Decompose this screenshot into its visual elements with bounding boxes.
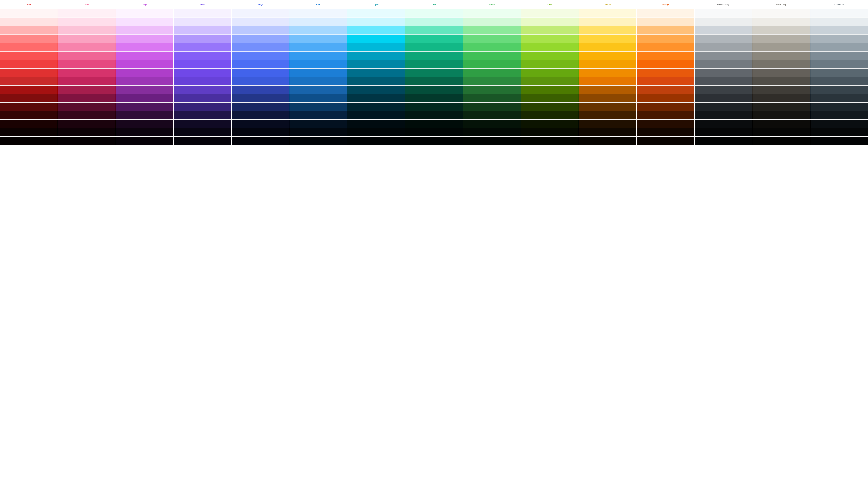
color-swatch[interactable]: [579, 35, 637, 43]
color-swatch[interactable]: [289, 111, 347, 119]
color-swatch[interactable]: [347, 128, 405, 136]
color-swatch[interactable]: [231, 111, 289, 119]
color-swatch[interactable]: [521, 111, 579, 119]
color-swatch[interactable]: [0, 9, 58, 18]
color-swatch[interactable]: [637, 43, 694, 51]
color-swatch[interactable]: [347, 43, 405, 51]
color-swatch[interactable]: [405, 120, 463, 128]
color-swatch[interactable]: [810, 18, 868, 26]
color-swatch[interactable]: [694, 18, 752, 26]
color-swatch[interactable]: [579, 111, 637, 119]
color-swatch[interactable]: [405, 68, 463, 77]
color-swatch[interactable]: [116, 111, 174, 119]
color-swatch[interactable]: [694, 68, 752, 77]
color-swatch[interactable]: [289, 26, 347, 34]
color-swatch[interactable]: [0, 94, 58, 102]
color-swatch[interactable]: [579, 9, 637, 18]
color-swatch[interactable]: [579, 120, 637, 128]
color-swatch[interactable]: [694, 120, 752, 128]
color-swatch[interactable]: [0, 86, 58, 94]
color-swatch[interactable]: [174, 52, 231, 60]
color-swatch[interactable]: [289, 77, 347, 85]
color-swatch[interactable]: [116, 35, 174, 43]
color-swatch[interactable]: [463, 35, 521, 43]
color-swatch[interactable]: [405, 35, 463, 43]
color-swatch[interactable]: [579, 77, 637, 85]
color-swatch[interactable]: [289, 136, 347, 145]
color-swatch[interactable]: [752, 9, 810, 18]
color-swatch[interactable]: [58, 86, 116, 94]
color-swatch[interactable]: [810, 60, 868, 68]
color-swatch[interactable]: [463, 94, 521, 102]
color-swatch[interactable]: [694, 102, 752, 111]
color-swatch[interactable]: [694, 128, 752, 136]
color-swatch[interactable]: [637, 68, 694, 77]
color-swatch[interactable]: [231, 35, 289, 43]
color-swatch[interactable]: [752, 68, 810, 77]
color-swatch[interactable]: [174, 68, 231, 77]
color-swatch[interactable]: [463, 43, 521, 51]
color-swatch[interactable]: [58, 136, 116, 145]
color-swatch[interactable]: [694, 52, 752, 60]
color-swatch[interactable]: [116, 102, 174, 111]
color-swatch[interactable]: [174, 26, 231, 34]
color-swatch[interactable]: [810, 77, 868, 85]
color-swatch[interactable]: [58, 102, 116, 111]
color-swatch[interactable]: [347, 77, 405, 85]
color-swatch[interactable]: [116, 9, 174, 18]
color-swatch[interactable]: [810, 102, 868, 111]
color-swatch[interactable]: [347, 60, 405, 68]
color-swatch[interactable]: [405, 9, 463, 18]
color-swatch[interactable]: [116, 128, 174, 136]
color-swatch[interactable]: [752, 43, 810, 51]
color-swatch[interactable]: [810, 86, 868, 94]
color-swatch[interactable]: [752, 26, 810, 34]
color-swatch[interactable]: [521, 102, 579, 111]
color-swatch[interactable]: [694, 35, 752, 43]
color-swatch[interactable]: [231, 86, 289, 94]
color-swatch[interactable]: [174, 35, 231, 43]
color-swatch[interactable]: [231, 26, 289, 34]
color-swatch[interactable]: [58, 128, 116, 136]
color-swatch[interactable]: [694, 94, 752, 102]
color-swatch[interactable]: [521, 120, 579, 128]
color-swatch[interactable]: [694, 43, 752, 51]
color-swatch[interactable]: [752, 94, 810, 102]
color-swatch[interactable]: [116, 43, 174, 51]
color-swatch[interactable]: [463, 128, 521, 136]
color-swatch[interactable]: [0, 77, 58, 85]
color-swatch[interactable]: [58, 68, 116, 77]
color-swatch[interactable]: [405, 60, 463, 68]
color-swatch[interactable]: [752, 86, 810, 94]
color-swatch[interactable]: [752, 60, 810, 68]
color-swatch[interactable]: [810, 136, 868, 145]
color-swatch[interactable]: [637, 136, 694, 145]
color-swatch[interactable]: [579, 68, 637, 77]
color-swatch[interactable]: [521, 9, 579, 18]
color-swatch[interactable]: [810, 52, 868, 60]
color-swatch[interactable]: [405, 18, 463, 26]
color-swatch[interactable]: [58, 94, 116, 102]
color-swatch[interactable]: [58, 52, 116, 60]
color-swatch[interactable]: [752, 102, 810, 111]
color-swatch[interactable]: [637, 120, 694, 128]
color-swatch[interactable]: [174, 43, 231, 51]
color-swatch[interactable]: [694, 26, 752, 34]
color-swatch[interactable]: [752, 120, 810, 128]
color-swatch[interactable]: [174, 86, 231, 94]
color-swatch[interactable]: [637, 9, 694, 18]
color-swatch[interactable]: [810, 111, 868, 119]
color-swatch[interactable]: [116, 136, 174, 145]
color-swatch[interactable]: [116, 68, 174, 77]
color-swatch[interactable]: [289, 43, 347, 51]
color-swatch[interactable]: [463, 102, 521, 111]
color-swatch[interactable]: [0, 60, 58, 68]
color-swatch[interactable]: [58, 120, 116, 128]
color-swatch[interactable]: [58, 35, 116, 43]
color-swatch[interactable]: [347, 35, 405, 43]
color-swatch[interactable]: [347, 68, 405, 77]
color-swatch[interactable]: [116, 60, 174, 68]
color-swatch[interactable]: [579, 60, 637, 68]
color-swatch[interactable]: [289, 68, 347, 77]
color-swatch[interactable]: [694, 9, 752, 18]
